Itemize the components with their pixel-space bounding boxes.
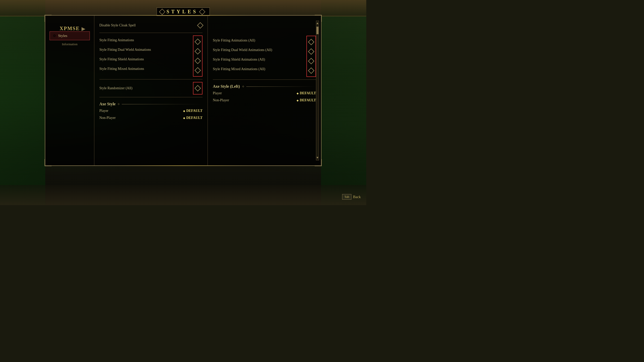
axe-style-left-title: Axe Style (Left): [213, 84, 240, 89]
axe-nonplayer-label: Non-Player: [99, 116, 116, 120]
bottom-bg: [0, 185, 366, 205]
dual-wield-label: Style Fitting Dual Wield Animations: [99, 48, 151, 52]
axe-nonplayer-default: DEFAULT: [186, 116, 203, 120]
axe-style-header: Axe Style ⟡: [99, 102, 203, 106]
axe-left-player-label: Player: [213, 91, 222, 95]
scroll-thumb[interactable]: [316, 27, 318, 34]
tab-back-container: Tab Back: [342, 194, 361, 200]
mixed-anim-all-label: Style Fitting Mixed Animations (All): [213, 67, 265, 71]
styles-icon: ⚙: [53, 34, 56, 38]
randomizer-row: Style Randomizer (All): [99, 83, 193, 93]
sidebar-info-label: Information: [62, 42, 77, 46]
separator-3: [99, 97, 203, 97]
shield-anim-all-diamond[interactable]: [309, 56, 313, 66]
left-panel: Disable Style Cloak Spell Style Fitting …: [94, 16, 208, 165]
left-grouped-settings: Style Fitting Animations Style Fitting D…: [99, 35, 203, 77]
shield-anim-all-label: Style Fitting Shield Animations (All): [213, 58, 265, 62]
main-content: Disable Style Cloak Spell Style Fitting …: [94, 16, 321, 165]
fitting-anim-all-label: Style Fitting Animations (All): [213, 38, 255, 42]
fitting-anim-diamond[interactable]: [195, 37, 200, 47]
axe-style-left-header: Axe Style (Left) ⟡: [213, 84, 316, 89]
axe-player-value: ◆ DEFAULT: [183, 109, 203, 113]
bottom-border: [53, 165, 313, 166]
axe-left-nonplayer-label: Non-Player: [213, 98, 229, 102]
axe-player-default: DEFAULT: [186, 109, 203, 113]
axe-left-nonplayer-bullet: ◆: [297, 99, 299, 102]
shield-anim-all-row: Style Fitting Shield Animations (All): [213, 55, 306, 64]
mixed-anim-diamond[interactable]: [195, 66, 200, 75]
mixed-anim-label: Style Fitting Mixed Animations: [99, 67, 144, 71]
axe-style-left-section: Axe Style (Left) ⟡ Player ◆ DEFAULT Non-…: [213, 84, 316, 104]
axe-player-row[interactable]: Player ◆ DEFAULT: [99, 107, 203, 114]
dual-wield-all-row: Style Fitting Dual Wield Animations (All…: [213, 45, 306, 55]
title-left-diamond: [159, 9, 165, 15]
sidebar-arrow: ▶: [82, 26, 85, 32]
fitting-anim-all-diamond[interactable]: [309, 37, 313, 47]
randomizer-labels: Style Randomizer (All): [99, 83, 193, 93]
disable-cloak-label: Disable Style Cloak Spell: [99, 23, 136, 27]
title-text: STYLES: [167, 9, 198, 15]
axe-style-line: [122, 104, 203, 104]
shield-anim-diamond[interactable]: [195, 56, 200, 66]
left-diamonds-col: [193, 35, 203, 77]
randomizer-diamond[interactable]: [195, 83, 200, 93]
sidebar-item-styles[interactable]: ⚙ Styles: [50, 31, 90, 40]
randomizer-label: Style Randomizer (All): [99, 86, 132, 90]
axe-left-nonplayer-row[interactable]: Non-Player ◆ DEFAULT: [213, 97, 316, 104]
mixed-anim-all-row: Style Fitting Mixed Animations (All): [213, 64, 306, 74]
sidebar-mod-name: XPMSE: [60, 26, 80, 31]
axe-nonplayer-bullet: ◆: [183, 117, 185, 119]
axe-player-bullet: ◆: [183, 110, 185, 112]
fitting-anim-all-row: Style Fitting Animations (All): [213, 36, 306, 45]
axe-left-player-bullet: ◆: [297, 92, 299, 95]
right-separator: [213, 79, 316, 80]
axe-left-player-value: ◆ DEFAULT: [297, 91, 316, 95]
randomizer-wrapper: Style Randomizer (All): [99, 82, 203, 95]
axe-style-left-line: [246, 86, 316, 87]
axe-left-nonplayer-default: DEFAULT: [300, 98, 316, 102]
sidebar: XPMSE ▶ ⚙ Styles Information: [45, 16, 94, 165]
tab-key-label: Tab: [342, 194, 351, 200]
axe-style-title: Axe Style: [99, 102, 115, 106]
right-panel: Style Fitting Animations (All) Style Fit…: [208, 16, 321, 165]
title-right-diamond: [199, 9, 205, 15]
scroll-up-arrow[interactable]: ▲: [315, 21, 319, 26]
dual-wield-all-label: Style Fitting Dual Wield Animations (All…: [213, 48, 272, 52]
main-panel: STYLES XPMSE ▶ ⚙ Styles Information Disa…: [45, 15, 321, 166]
left-bg: [0, 0, 45, 205]
shield-anim-label: Style Fitting Shield Animations: [99, 57, 144, 61]
right-bg: [321, 0, 366, 205]
right-grouped-settings: Style Fitting Animations (All) Style Fit…: [213, 36, 316, 77]
left-labels-col: Style Fitting Animations Style Fitting D…: [99, 35, 193, 74]
sidebar-styles-label: Styles: [58, 34, 67, 38]
mixed-anim-all-diamond[interactable]: [309, 66, 313, 75]
axe-nonplayer-row[interactable]: Non-Player ◆ DEFAULT: [99, 114, 203, 121]
back-label: Back: [353, 195, 361, 199]
dual-wield-all-diamond[interactable]: [309, 47, 313, 56]
right-labels-col: Style Fitting Animations (All) Style Fit…: [213, 36, 306, 74]
randomizer-diamonds: [193, 82, 203, 95]
axe-player-label: Player: [99, 109, 108, 113]
mixed-anim-row: Style Fitting Mixed Animations: [99, 64, 193, 74]
disable-cloak-diamond[interactable]: [197, 22, 203, 28]
axe-nonplayer-value: ◆ DEFAULT: [183, 116, 203, 120]
right-diamonds-col: [306, 36, 316, 77]
axe-left-nonplayer-value: ◆ DEFAULT: [297, 98, 316, 102]
shield-anim-row: Style Fitting Shield Animations: [99, 55, 193, 64]
title-bar: STYLES: [157, 8, 210, 16]
dual-wield-diamond[interactable]: [195, 47, 200, 56]
axe-style-icon: ⟡: [117, 102, 120, 106]
disable-cloak-row: Disable Style Cloak Spell: [99, 21, 203, 30]
fitting-anim-row: Style Fitting Animations: [99, 35, 193, 45]
scrollbar: ▲ ▼: [316, 21, 319, 160]
axe-style-section: Axe Style ⟡ Player ◆ DEFAULT Non-Player …: [99, 102, 203, 121]
axe-left-player-row[interactable]: Player ◆ DEFAULT: [213, 90, 316, 97]
separator-2: [99, 79, 203, 79]
right-spacer: [213, 21, 316, 36]
dual-wield-row: Style Fitting Dual Wield Animations: [99, 45, 193, 55]
axe-style-left-icon: ⟡: [242, 84, 244, 88]
sidebar-info: Information: [62, 42, 77, 46]
fitting-anim-label: Style Fitting Animations: [99, 38, 134, 42]
scroll-down-arrow[interactable]: ▼: [315, 155, 319, 160]
axe-left-player-default: DEFAULT: [300, 91, 316, 95]
